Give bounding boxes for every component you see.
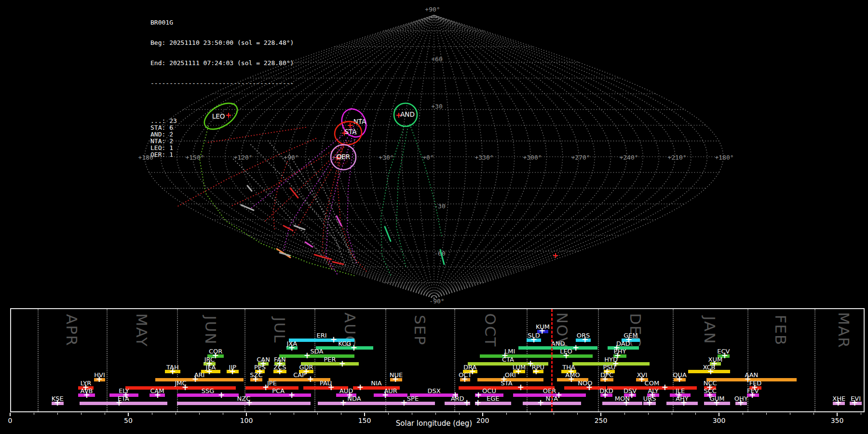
x-minor-tick	[388, 413, 389, 415]
shower-peak-marker: +	[713, 399, 720, 407]
month-boundary-line	[598, 309, 599, 411]
shower-peak-marker: +	[288, 343, 295, 352]
month-boundary-line	[107, 309, 108, 411]
shower-peak-marker: +	[229, 367, 236, 375]
shower-peak-marker: +	[169, 367, 176, 375]
shower-label: CTA	[502, 356, 514, 363]
x-tick-label: 0	[8, 417, 13, 424]
longitude-label: +300°	[523, 154, 542, 161]
x-axis-title: Solar longitude (deg)	[396, 419, 472, 428]
x-minor-tick	[105, 413, 105, 415]
radiant-label: NTA	[353, 118, 366, 125]
screen: BR001G Beg: 20251110 23:50:00 (sol = 228…	[0, 0, 868, 434]
shower-peak-marker: +	[572, 343, 579, 352]
longitude-label: +120°	[233, 154, 252, 161]
latitude-label: +60	[431, 55, 442, 63]
x-minor-tick	[57, 413, 58, 415]
shower-peak-marker: +	[246, 399, 253, 407]
shower-label: COM	[645, 380, 660, 387]
x-minor-tick	[294, 413, 294, 415]
longitude-label: +210°	[667, 154, 686, 161]
longitude-label: +0°	[422, 154, 434, 161]
x-minor-tick	[317, 413, 318, 415]
shower-peak-marker: +	[463, 399, 470, 407]
month-label-may: MAY	[133, 313, 150, 347]
shower-peak-marker: +	[96, 375, 103, 383]
shower-label: NDA	[347, 395, 361, 402]
x-minor-tick	[861, 413, 861, 415]
radiant-label: AND	[400, 110, 415, 118]
sky-map: +180°+150°+120°+90°+60°+30°+0°+330°+300°…	[0, 0, 868, 309]
month-label-jan: JAN	[701, 316, 719, 345]
month-label-sep: SEP	[411, 315, 429, 346]
shower-label: PER	[324, 356, 336, 363]
shower-peak-marker: +	[116, 399, 122, 407]
shower-peak-marker: +	[835, 399, 841, 407]
month-boundary-line	[814, 309, 815, 411]
x-major-tick	[600, 413, 601, 416]
month-label-jul: JUL	[271, 317, 288, 343]
meteor-segments	[241, 186, 444, 264]
shower-peak-marker: +	[262, 383, 269, 392]
radiant-cross-marker	[348, 123, 353, 128]
activity-timeline: APRMAYJUNJULAUGSEPOCTNOVDECJANFEBMARKUM+…	[10, 308, 865, 412]
x-minor-tick	[199, 413, 200, 415]
shower-peak-marker: +	[192, 375, 199, 383]
shower-label: ERI	[317, 332, 327, 339]
shower-label: SDA	[311, 348, 324, 355]
x-tick-label: 150	[358, 417, 371, 424]
longitude-label: +240°	[619, 154, 638, 161]
shower-peak-marker: +	[401, 399, 407, 407]
shower-peak-marker: +	[276, 367, 283, 375]
x-minor-tick	[341, 413, 341, 415]
shower-peak-marker: +	[680, 399, 687, 407]
shower-peak-marker: +	[339, 359, 346, 367]
latitude-label: -90°	[429, 298, 444, 305]
shower-peak-marker: +	[54, 399, 61, 407]
x-minor-tick	[530, 413, 530, 415]
x-minor-tick	[34, 413, 34, 415]
shower-peak-marker: +	[563, 352, 570, 360]
shower-peak-marker: +	[330, 336, 337, 344]
x-major-tick	[128, 413, 129, 416]
radiant-label: STA	[344, 128, 357, 136]
latitude-label: -30	[434, 203, 445, 210]
x-minor-tick	[814, 413, 814, 415]
shower-label: NIA	[371, 380, 381, 387]
shower-peak-marker: +	[304, 352, 311, 360]
shower-peak-marker: +	[676, 375, 683, 383]
shower-peak-marker: +	[252, 375, 259, 383]
shower-label: AND	[551, 340, 565, 347]
longitude-label: +150°	[185, 154, 204, 161]
shower-label: PCA	[272, 387, 285, 394]
month-label-mar: MAR	[835, 312, 853, 349]
x-minor-tick	[624, 413, 625, 415]
radiants: LEONTASTAOERAND	[200, 98, 558, 258]
shower-peak-marker: +	[154, 391, 161, 399]
meteor-trails	[177, 124, 442, 277]
shower-peak-marker: +	[662, 383, 668, 392]
shower-peak-marker: +	[749, 391, 756, 399]
radiant-label: LEO	[212, 112, 225, 120]
x-minor-tick	[766, 413, 767, 415]
month-boundary-line	[38, 309, 39, 411]
radiant-label: OER	[337, 153, 351, 161]
month-label-jun: JUN	[202, 315, 219, 345]
month-label-apr: APR	[63, 314, 81, 346]
longitude-label: +180°	[715, 154, 733, 161]
shower-peak-marker: +	[515, 367, 522, 375]
x-minor-tick	[435, 413, 436, 415]
latitude-label: -60	[434, 250, 445, 257]
shower-peak-marker: +	[357, 383, 364, 392]
longitude-label: +330°	[475, 154, 493, 161]
shower-peak-marker: +	[602, 391, 609, 399]
shower-peak-marker: +	[537, 399, 544, 407]
x-tick-label: 100	[240, 417, 253, 424]
shower-peak-marker: +	[392, 375, 399, 383]
x-minor-tick	[270, 413, 271, 415]
x-minor-tick	[577, 413, 578, 415]
x-tick-label: 50	[124, 417, 133, 424]
latitude-label: +90°	[425, 6, 440, 13]
shower-label: DSX	[428, 387, 441, 394]
x-minor-tick	[695, 413, 696, 415]
